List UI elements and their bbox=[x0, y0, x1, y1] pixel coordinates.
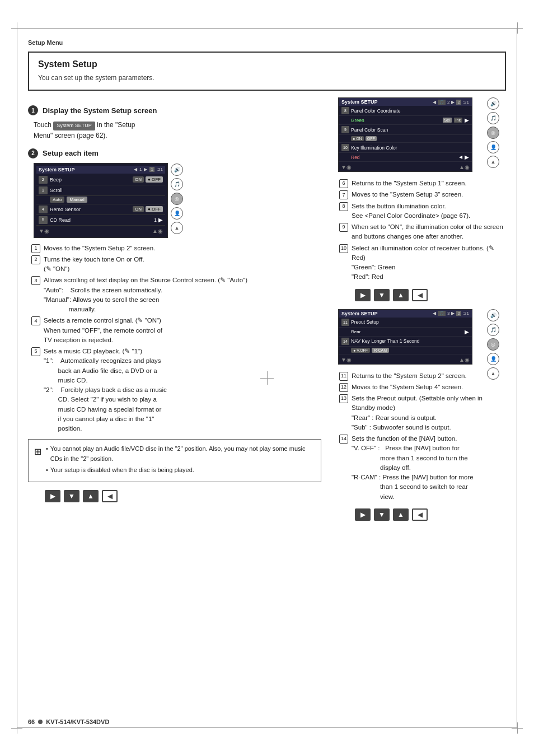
list-text-3: Allows scrolling of text display on the … bbox=[44, 276, 321, 314]
nav3-play-icon: ▶ bbox=[355, 508, 371, 521]
beep-control: ON ● OFF bbox=[133, 176, 163, 183]
right-list-text-6: Returns to the "System Setup 1" screen. bbox=[352, 179, 506, 188]
step1-instruction: Touch System SETUP in the "SetupMenu" sc… bbox=[34, 120, 321, 141]
screen1-mockup: System SETUP ◀ 1 ▶ 1 :21 2 Beep ON ● bbox=[34, 163, 168, 238]
screen3-side-icons: 🔊 🎵 ◎ 👤 ▲ bbox=[487, 309, 499, 380]
page-footer: 66 KVT-514/KVT-534DVD bbox=[28, 718, 109, 725]
voff-btn[interactable]: ● V.OFF bbox=[351, 348, 370, 353]
badge-14: 14 bbox=[341, 338, 349, 345]
s3-icon-2: 🎵 bbox=[487, 324, 499, 336]
right-list-text-10: Select an illumination color of receiver… bbox=[352, 244, 506, 282]
nav3-down-icon: ▼ bbox=[374, 508, 390, 521]
step2-number: 2 bbox=[28, 148, 38, 158]
note-bullet-1: • You cannot play an Audio file/VCD disc… bbox=[46, 444, 315, 464]
badge-10: 10 bbox=[341, 144, 349, 151]
screen2-row-key-illum: 10 Key Illumination Color bbox=[339, 143, 472, 153]
scroll-label: Scroll bbox=[50, 188, 163, 193]
badge-4: 4 bbox=[31, 316, 40, 325]
list-item-2: 2 Turns the key touch tone On or Off.(✎ … bbox=[30, 255, 321, 274]
note-box: ⊞ • You cannot play an Audio file/VCD di… bbox=[28, 439, 321, 482]
s2-icon-1: 🔊 bbox=[487, 97, 499, 110]
green-value: Green bbox=[351, 118, 364, 123]
system-setup-box: System Setup You can set up the system p… bbox=[28, 52, 506, 91]
system-setup-desc: You can set up the system parameters. bbox=[38, 74, 496, 82]
rcam-btn[interactable]: R-CAM bbox=[372, 348, 389, 353]
beep-on-btn[interactable]: ON bbox=[133, 176, 144, 183]
beep-label: Beep bbox=[50, 177, 133, 183]
preout-label: Preout Setup bbox=[351, 319, 469, 325]
scroll-manual-btn[interactable]: Manual bbox=[67, 197, 87, 203]
remo-off-btn[interactable]: ● OFF bbox=[146, 206, 163, 212]
step1-header: 1 Display the System Setup screen bbox=[28, 105, 321, 115]
right-list-item-8: 8 Sets the button illumination color.See… bbox=[338, 202, 506, 221]
nav2-down-icon: ▼ bbox=[374, 289, 390, 301]
note-text-2: Your setup is disabled when the disc is … bbox=[50, 465, 194, 475]
list-text-5: Sets a music CD playback. (✎ "1") "1": A… bbox=[44, 347, 321, 433]
list-item-5: 5 Sets a music CD playback. (✎ "1") "1":… bbox=[30, 347, 321, 433]
right-list-item-10: 10 Select an illumination color of recei… bbox=[338, 244, 506, 282]
panel-scan-on[interactable]: ● ON bbox=[351, 136, 364, 141]
rear-label: Rear bbox=[351, 329, 360, 334]
s3-icon-5: ▲ bbox=[487, 367, 499, 380]
right-column: System SETUP ◀ 🎵 2 ▶ 2 :21 8 Pan bbox=[338, 97, 506, 528]
screen2-row-panel-color: 8 Panel Color Coordinate bbox=[339, 106, 472, 116]
beep-off-btn[interactable]: ● OFF bbox=[146, 176, 163, 183]
setup-menu-label: Setup Menu bbox=[28, 39, 506, 46]
cdread-control: 1 ▶ bbox=[154, 217, 163, 223]
list-text-2: Turns the key touch tone On or Off.(✎ "O… bbox=[44, 255, 321, 274]
scroll-auto-btn[interactable]: Auto bbox=[50, 197, 64, 203]
screen2-header: System SETUP ◀ 🎵 2 ▶ 2 :21 bbox=[339, 98, 472, 106]
side-icon-3: ◎ bbox=[171, 193, 183, 205]
right-list-text-8: Sets the button illumination color.See <… bbox=[352, 202, 506, 221]
right-list-text-9: When set to "ON", the illumination color… bbox=[352, 222, 506, 242]
screen3-controls: ◀ 🎵 3 ▶ 2 :21 bbox=[433, 311, 469, 316]
remo-on-btn[interactable]: ON bbox=[133, 206, 144, 212]
page-border-top bbox=[17, 28, 517, 29]
system-setup-button[interactable]: System SETUP bbox=[53, 122, 95, 130]
badge-3: 3 bbox=[31, 276, 40, 285]
screen1-header: System SETUP ◀ 1 ▶ 1 :21 bbox=[36, 166, 165, 174]
screen3-header: System SETUP ◀ 🎵 3 ▶ 2 :21 bbox=[339, 310, 472, 318]
remo-label: Remo Sensor bbox=[50, 207, 133, 212]
right-list-item-11: 11 Returns to the "System Setup 2" scree… bbox=[338, 371, 506, 381]
panel-scan-off[interactable]: OFF bbox=[366, 136, 377, 141]
init-button[interactable]: Init bbox=[454, 118, 462, 123]
note-icon: ⊞ bbox=[34, 445, 41, 477]
left-column: 1 Display the System Setup screen Touch … bbox=[28, 97, 321, 528]
right-list-item-13: 13 Sets the Preout output. (Settable onl… bbox=[338, 394, 506, 432]
screen3-title: System SETUP bbox=[341, 311, 378, 316]
badge-9r: 9 bbox=[339, 223, 348, 232]
main-content: Setup Menu System Setup You can set up t… bbox=[28, 39, 506, 717]
nav-key-label: NAV Key Longer Than 1 Second bbox=[351, 338, 469, 344]
s3-icon-3: ◎ bbox=[487, 338, 499, 351]
left-num-list: 1 Moves to the "System Setup 2" screen. … bbox=[30, 244, 321, 434]
badge-11: 11 bbox=[341, 319, 349, 326]
badge-12r: 12 bbox=[339, 383, 348, 392]
sel-button[interactable]: Sel bbox=[443, 118, 452, 123]
right-num-list-bottom: 11 Returns to the "System Setup 2" scree… bbox=[338, 371, 506, 502]
key-illum-label: Key Illumination Color bbox=[351, 145, 469, 151]
right-list-text-13: Sets the Preout output. (Settable only w… bbox=[352, 394, 506, 432]
nav-up-icon: ▲ bbox=[83, 490, 99, 502]
nav-icons-row-2: ▶ ▼ ▲ ◀ bbox=[355, 287, 506, 304]
screen2-title: System SETUP bbox=[341, 99, 378, 105]
system-setup-title: System Setup bbox=[38, 59, 496, 69]
page-number: 66 bbox=[28, 718, 35, 725]
right-list-text-7: Moves to the "System Setup 3" screen. bbox=[352, 190, 506, 199]
s2-icon-2: 🎵 bbox=[487, 112, 499, 124]
s2-icon-3: ◎ bbox=[487, 127, 499, 139]
screen-row-cdread: 5 CD Read 1 ▶ bbox=[36, 215, 165, 226]
page-border-bottom bbox=[17, 727, 517, 728]
nav-icons-row-1: ▶ ▼ ▲ ◀ bbox=[45, 488, 321, 505]
screen3-row-preout: 11 Preout Setup bbox=[339, 318, 472, 328]
list-item-4: 4 Selects a remote control signal. (✎ "O… bbox=[30, 316, 321, 345]
panel-scan-control-row: ● ON OFF bbox=[339, 135, 472, 143]
page-border-left bbox=[17, 28, 17, 728]
screen2-bottom-nav: ▼◉ ▲◉ bbox=[339, 163, 472, 171]
nav-play-icon: ▶ bbox=[45, 490, 60, 502]
right-list-text-14: Sets the function of the [NAV] button."V… bbox=[352, 434, 506, 502]
step2-header: 2 Setup each item bbox=[28, 148, 321, 158]
right-list-text-12: Moves to the "System Setup 4" screen. bbox=[352, 382, 506, 392]
nav-icons-row-3: ▶ ▼ ▲ ◀ bbox=[355, 506, 506, 523]
badge-2: 2 bbox=[31, 255, 40, 264]
